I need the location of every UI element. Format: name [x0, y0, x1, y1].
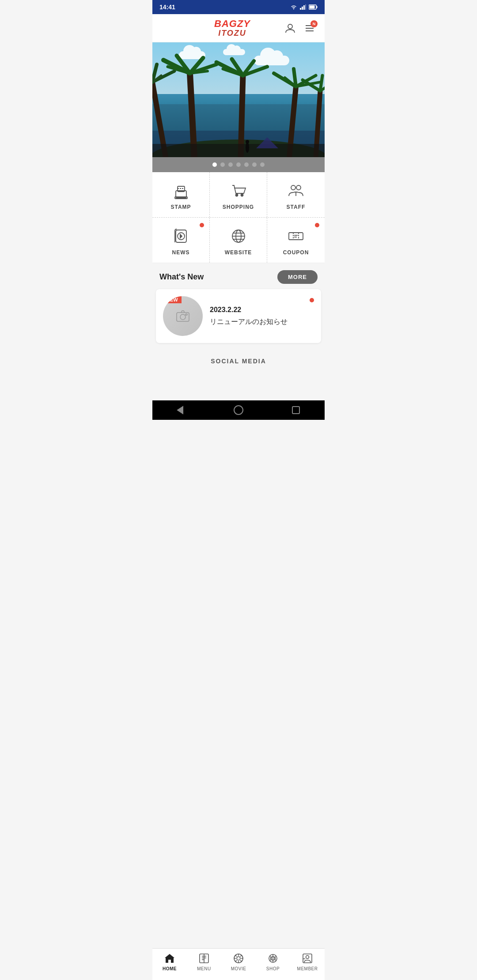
news-unread-dot: [310, 298, 314, 302]
home-circle-icon: [233, 405, 244, 415]
status-icons: [290, 4, 318, 10]
svg-rect-44: [152, 144, 325, 157]
carousel-dot-2[interactable]: [220, 162, 225, 167]
carousel-dot-7[interactable]: [260, 162, 265, 167]
whats-new-title: What's New: [159, 272, 204, 282]
shopping-label: SHOPPING: [223, 204, 254, 210]
svg-point-92: [234, 406, 243, 415]
android-back-button[interactable]: [174, 403, 188, 417]
header-actions: N: [284, 22, 316, 34]
news-menu-item[interactable]: NEWS: [152, 218, 210, 263]
android-home-button[interactable]: [232, 403, 245, 417]
android-recent-button[interactable]: [289, 403, 303, 417]
svg-rect-6: [317, 6, 318, 8]
notification-badge: N: [310, 20, 318, 27]
svg-point-45: [246, 142, 249, 153]
carousel-dot-3[interactable]: [228, 162, 233, 167]
svg-point-55: [296, 185, 301, 190]
app-header: BAGZY ITOZU N: [152, 14, 325, 42]
hero-illustration: [152, 42, 325, 157]
app-logo: BAGZY ITOZU: [214, 19, 250, 38]
svg-marker-91: [178, 407, 183, 414]
shopping-cart-icon: [229, 181, 248, 200]
back-triangle-icon: [176, 405, 186, 415]
news-title-text: リニューアルのお知らせ: [210, 317, 303, 327]
carousel-dot-6[interactable]: [252, 162, 257, 167]
svg-point-53: [241, 194, 243, 196]
status-time: 14:41: [159, 4, 175, 11]
status-bar: 14:41: [152, 0, 325, 14]
news-icon: [171, 226, 191, 246]
svg-rect-3: [303, 5, 305, 10]
stamp-label: STAMP: [170, 204, 191, 210]
carousel-dot-5[interactable]: [244, 162, 249, 167]
svg-rect-7: [310, 6, 315, 9]
svg-rect-63: [289, 233, 303, 240]
coupon-label: COUPON: [283, 249, 309, 256]
wifi-icon: [290, 4, 297, 10]
social-media-title: SOCIAL MEDIA: [211, 358, 266, 365]
stamp-menu-item[interactable]: STAMP: [152, 172, 210, 217]
staff-menu-item[interactable]: STAFF: [267, 172, 325, 217]
website-menu-item[interactable]: WEBSITE: [210, 218, 267, 263]
profile-button[interactable]: [284, 22, 296, 34]
shopping-menu-item[interactable]: SHOPPING: [210, 172, 267, 217]
whats-new-header: What's New MORE: [152, 263, 325, 289]
svg-point-0: [293, 8, 294, 9]
camera-placeholder-icon: [175, 308, 191, 324]
news-card[interactable]: NEW 2023.2.22 リニューアルのお知らせ: [156, 289, 321, 343]
svg-point-46: [246, 140, 249, 143]
signal-icon: [300, 4, 306, 10]
news-notification-dot: [200, 223, 204, 227]
svg-point-52: [235, 194, 238, 196]
website-label: WEBSITE: [225, 249, 252, 256]
news-label: NEWS: [172, 249, 190, 256]
recent-square-icon: [291, 405, 301, 415]
carousel-dot-1[interactable]: [212, 162, 217, 167]
more-button[interactable]: MORE: [277, 270, 318, 284]
staff-icon: [286, 181, 306, 200]
svg-point-69: [180, 314, 186, 320]
logo-bagzy: BAGZY: [214, 19, 250, 29]
carousel-dot-4[interactable]: [236, 162, 241, 167]
news-date: 2023.2.22: [210, 306, 303, 314]
carousel-dots: [152, 157, 325, 172]
staff-label: STAFF: [287, 204, 306, 210]
svg-rect-70: [186, 314, 187, 315]
website-icon: [229, 226, 248, 246]
svg-rect-93: [292, 407, 299, 414]
svg-point-8: [288, 24, 292, 29]
svg-point-54: [291, 185, 295, 190]
social-media-section: SOCIAL MEDIA: [152, 348, 325, 400]
coupon-menu-item[interactable]: COUPON: [267, 218, 325, 263]
news-thumbnail: NEW: [163, 296, 203, 336]
coupon-icon: [286, 226, 306, 246]
android-nav-bar: [152, 400, 325, 420]
hero-banner: [152, 42, 325, 157]
grid-menu-row2: NEWS WEBSITE COUPON: [152, 218, 325, 263]
menu-button[interactable]: N: [303, 22, 316, 34]
new-badge: NEW: [163, 296, 182, 303]
battery-icon: [309, 4, 318, 10]
coupon-notification-dot: [315, 223, 319, 227]
svg-rect-4: [305, 4, 306, 10]
news-content: 2023.2.22 リニューアルのお知らせ: [210, 306, 303, 327]
logo-itozu: ITOZU: [218, 29, 246, 38]
stamp-icon: [171, 181, 191, 200]
grid-menu-row1: STAMP SHOPPING STAFF: [152, 172, 325, 218]
svg-rect-1: [300, 8, 301, 10]
svg-rect-2: [302, 7, 303, 10]
